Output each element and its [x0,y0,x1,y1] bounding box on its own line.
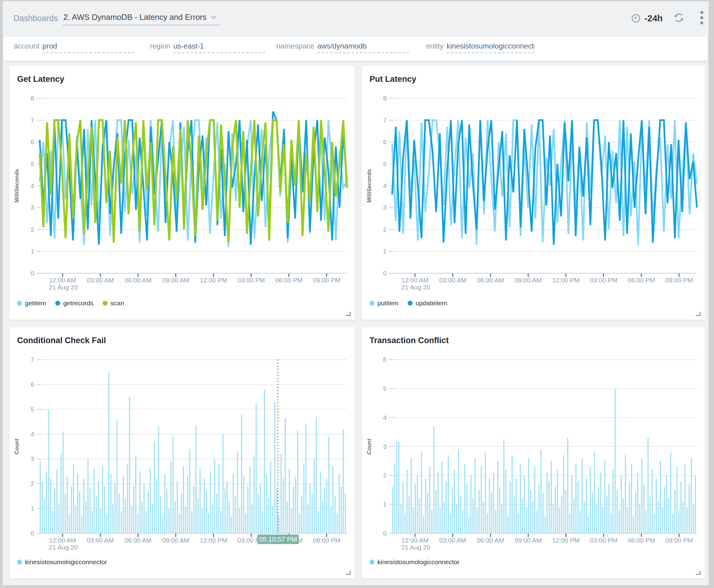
legend: getitemgetrecordsscan [17,299,124,307]
svg-text:Count: Count [366,439,372,455]
svg-text:0: 0 [30,270,34,277]
filter-value-input[interactable]: us-east-1 [174,42,265,53]
legend-item[interactable]: scan [103,299,124,307]
put-latency-chart[interactable]: 01234567812:00 AM21 Aug 2003:00 AM06:00 … [362,66,705,320]
svg-text:MilliSeconds: MilliSeconds [366,169,372,203]
svg-text:06:00 AM: 06:00 AM [477,537,504,544]
refresh-icon[interactable] [674,13,684,23]
svg-text:0: 0 [383,530,387,537]
legend: putitemupdateitem [369,299,447,307]
filter-value-input[interactable]: aws/dynamodb [317,42,409,53]
filter-value-input[interactable]: kinesistosumologicconnector [447,42,534,53]
svg-text:2: 2 [383,226,387,233]
conditional-check-fail-chart[interactable]: 0123456712:00 AM21 Aug 2003:00 AM06:00 A… [9,327,355,579]
legend-item[interactable]: kinesistosumologicconnector [369,559,459,566]
svg-text:6: 6 [383,138,387,145]
svg-text:06:00 AM: 06:00 AM [125,537,152,544]
legend-item[interactable]: kinesistosumologicconnector [17,559,107,566]
filter-label: account [14,42,39,50]
legend-label: getitem [25,299,46,307]
svg-text:03:00 AM: 03:00 AM [439,537,466,544]
legend-item[interactable]: putitem [369,299,399,307]
svg-text:12:00 AM: 12:00 AM [402,277,429,284]
svg-text:12:00 PM: 12:00 PM [200,277,227,284]
svg-text:0: 0 [30,530,34,537]
panel-put-latency: Put Latency 01234567812:00 AM21 Aug 2003… [362,66,705,320]
svg-text:12:00 PM: 12:00 PM [200,537,227,544]
svg-text:MilliSeconds: MilliSeconds [14,169,20,203]
clock-icon[interactable] [631,14,641,23]
svg-text:03:00 AM: 03:00 AM [87,277,114,284]
svg-text:2: 2 [30,480,34,487]
svg-text:21 Aug 20: 21 Aug 20 [49,544,78,551]
legend-item[interactable]: updateitem [408,299,447,307]
svg-text:06:00 PM: 06:00 PM [628,277,655,284]
time-range-label[interactable]: -24h [645,14,663,23]
resize-handle-icon[interactable] [696,571,700,575]
legend-dot-icon [103,301,107,306]
svg-text:1: 1 [30,505,34,512]
svg-text:09:00 AM: 09:00 AM [515,537,542,544]
svg-text:7: 7 [383,117,387,124]
svg-text:03:00 AM: 03:00 AM [87,537,114,544]
legend-dot-icon [408,301,413,306]
svg-text:5: 5 [383,160,387,167]
svg-text:12:00 AM: 12:00 AM [402,537,429,544]
dashboard-title-dropdown[interactable]: 2. AWS DynamoDB - Latency and Errors [63,11,220,25]
svg-text:Count: Count [14,439,20,455]
legend: kinesistosumologicconnector [17,559,107,566]
svg-text:3: 3 [30,204,34,211]
svg-text:3: 3 [30,455,34,462]
resize-handle-icon[interactable] [346,571,351,575]
breadcrumb[interactable]: Dashboards [14,14,58,23]
svg-text:0: 0 [383,270,387,277]
legend-item[interactable]: getitem [17,299,46,307]
top-bar-actions: -24h [631,1,706,36]
svg-text:09:00 AM: 09:00 AM [162,277,189,284]
svg-text:4: 4 [383,182,387,189]
svg-text:1: 1 [30,248,34,255]
svg-text:6: 6 [383,356,387,363]
transaction-conflict-chart[interactable]: 012345612:00 AM21 Aug 2003:00 AM06:00 AM… [362,327,705,579]
svg-text:12:00 AM: 12:00 AM [49,537,76,544]
svg-text:09:00 AM: 09:00 AM [515,277,542,284]
top-bar: Dashboards 2. AWS DynamoDB - Latency and… [3,1,709,36]
svg-text:6: 6 [30,381,34,388]
legend-label: scan [110,299,124,307]
filter-value-input[interactable]: prod [42,42,134,53]
svg-text:21 Aug 20: 21 Aug 20 [401,544,430,551]
resize-handle-icon[interactable] [696,312,700,316]
svg-text:2: 2 [383,472,387,479]
svg-text:5: 5 [30,160,34,167]
svg-text:3: 3 [383,443,387,450]
chevron-down-icon [211,15,217,19]
svg-text:21 Aug 20: 21 Aug 20 [49,284,78,291]
svg-text:09:00 PM: 09:00 PM [666,537,693,544]
legend-dot-icon [17,301,22,306]
svg-text:4: 4 [30,430,34,438]
legend-label: putitem [378,299,399,307]
dashboard-background: Dashboards 2. AWS DynamoDB - Latency and… [3,1,709,585]
filter-namespace: namespace aws/dynamodb [277,42,409,53]
panel-conditional-check-fail: Conditional Check Fail 0123456712:00 AM2… [9,327,355,579]
get-latency-chart[interactable]: 01234567812:00 AM21 Aug 2003:00 AM06:00 … [9,66,355,320]
panel-get-latency: Get Latency 01234567812:00 AM21 Aug 2003… [9,66,355,320]
svg-text:09:00 AM: 09:00 AM [162,537,189,544]
svg-text:8: 8 [383,94,387,102]
svg-text:03:00 PM: 03:00 PM [590,537,617,544]
filter-account: account prod [14,42,134,53]
legend-label: kinesistosumologicconnector [378,559,459,566]
svg-text:5: 5 [30,406,34,413]
filter-label: namespace [277,42,314,50]
svg-text:4: 4 [30,182,34,189]
svg-text:12:00 AM: 12:00 AM [49,277,76,284]
svg-text:7: 7 [30,356,34,363]
svg-text:1: 1 [383,248,387,255]
kebab-menu-icon[interactable] [700,11,703,25]
resize-handle-icon[interactable] [346,312,351,316]
legend-item[interactable]: getrecords [55,299,94,307]
legend-dot-icon [369,301,374,306]
legend-dot-icon [55,301,60,306]
svg-text:4: 4 [383,414,387,421]
svg-text:21 Aug 20: 21 Aug 20 [401,284,430,291]
